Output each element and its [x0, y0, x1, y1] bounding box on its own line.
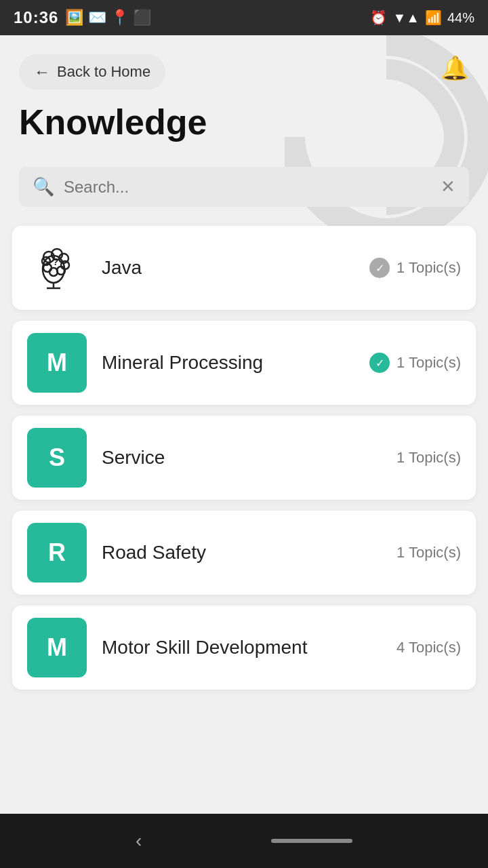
item-icon-letter: M [27, 333, 87, 393]
status-left: 10:36 🖼️ ✉️ 📍 ⬛ [14, 8, 151, 27]
bell-icon: 🔔 [441, 55, 469, 81]
main-content: ← Back to Home 🔔 Knowledge 🔍 ✕ [0, 35, 488, 814]
item-topics: ✓ 1 Topic(s) [369, 353, 461, 373]
svg-text:?: ? [53, 256, 59, 267]
item-name: Java [102, 257, 369, 279]
item-topics: 1 Topic(s) [396, 544, 461, 561]
status-bar: 10:36 🖼️ ✉️ 📍 ⬛ ⏰ ▼▲ 📶 44% [0, 0, 488, 35]
battery-text: 44% [447, 10, 474, 26]
alarm-icon: ⏰ [370, 9, 387, 26]
item-topics: 4 Topic(s) [396, 639, 461, 656]
item-icon-letter: M [27, 618, 87, 677]
page-title: Knowledge [19, 102, 469, 142]
list-item[interactable]: R Road Safety 1 Topic(s) [12, 511, 476, 595]
item-name: Mineral Processing [102, 352, 369, 374]
topic-count: 1 Topic(s) [396, 259, 461, 277]
topic-count: 1 Topic(s) [396, 354, 461, 372]
nav-home-bar[interactable] [271, 839, 352, 843]
item-name: Service [102, 447, 396, 469]
topic-count: 1 Topic(s) [396, 449, 461, 467]
check-icon: ✓ [369, 353, 390, 373]
bottom-nav: ‹ [0, 814, 488, 868]
topic-count: 1 Topic(s) [396, 544, 461, 561]
wifi-icon: ▼▲ [392, 10, 420, 26]
search-input[interactable] [64, 178, 441, 197]
signal-icon: 📶 [425, 9, 442, 26]
list-item[interactable]: ? Java ✓ 1 Topic(s) [12, 226, 476, 310]
list-item[interactable]: S Service 1 Topic(s) [12, 416, 476, 500]
back-button[interactable]: ← Back to Home [19, 54, 165, 90]
nav-back-button[interactable]: ‹ [136, 830, 142, 852]
back-label: Back to Home [57, 63, 150, 81]
notification-bell-button[interactable]: 🔔 [441, 54, 469, 81]
list-item[interactable]: M Motor Skill Development 4 Topic(s) [12, 606, 476, 690]
search-clear-button[interactable]: ✕ [441, 176, 455, 197]
header-area: ← Back to Home 🔔 Knowledge [0, 35, 488, 167]
item-icon-letter: R [27, 523, 87, 583]
brain-icon: ? [27, 238, 87, 298]
list-item[interactable]: M Mineral Processing ✓ 1 Topic(s) [12, 321, 476, 405]
check-icon: ✓ [369, 258, 390, 278]
topic-count: 4 Topic(s) [396, 639, 461, 656]
item-icon-letter: S [27, 428, 87, 488]
search-icon: 🔍 [33, 176, 54, 197]
status-time: 10:36 [14, 8, 58, 27]
search-bar: 🔍 ✕ [19, 167, 469, 207]
item-topics: ✓ 1 Topic(s) [369, 258, 461, 278]
item-topics: 1 Topic(s) [396, 449, 461, 467]
back-arrow-icon: ← [34, 62, 50, 81]
item-name: Motor Skill Development [102, 637, 396, 658]
knowledge-list: ? Java ✓ 1 Topic(s) M Mineral Processing [0, 226, 488, 690]
status-right: ⏰ ▼▲ 📶 44% [370, 9, 474, 26]
item-name: Road Safety [102, 542, 396, 564]
status-icons: 🖼️ ✉️ 📍 ⬛ [65, 9, 150, 26]
